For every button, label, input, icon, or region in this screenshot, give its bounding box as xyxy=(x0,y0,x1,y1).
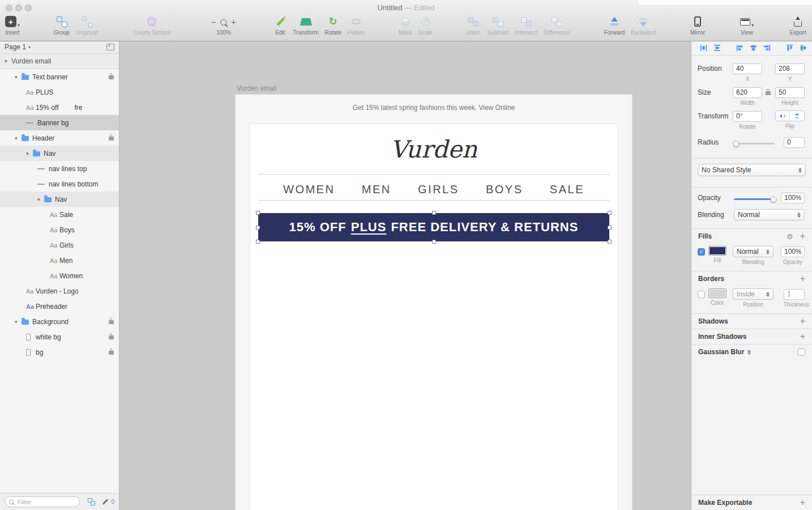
border-swatch[interactable] xyxy=(708,288,726,298)
fill-swatch[interactable] xyxy=(708,246,726,256)
selection-handle[interactable] xyxy=(608,211,612,215)
layer-nav-lines-top[interactable]: nav lines top xyxy=(0,161,119,176)
opacity-slider[interactable] xyxy=(734,198,775,200)
layer-text-banner[interactable]: ▾Text banner xyxy=(0,69,119,84)
disclosure-triangle-icon[interactable]: ▾ xyxy=(5,58,11,64)
selection-handle[interactable] xyxy=(432,211,436,215)
toolbar-insert[interactable]: +▾Insert xyxy=(0,15,36,36)
add-inner-shadow-button[interactable]: + xyxy=(800,332,805,341)
layer-plus[interactable]: AaPLUS xyxy=(0,84,119,100)
gaussian-blur-checkbox[interactable] xyxy=(798,348,805,356)
fill-opacity-input[interactable] xyxy=(781,246,805,257)
layer-nav[interactable]: ▾Nav xyxy=(0,192,119,207)
updown-chevrons-icon xyxy=(766,249,770,254)
layer-nav-lines-bottom[interactable]: nav lines bottom xyxy=(0,176,119,192)
align-left-icon[interactable] xyxy=(736,44,743,52)
add-border-button[interactable]: + xyxy=(800,274,805,283)
selection-handle[interactable] xyxy=(256,211,260,215)
blending-select[interactable]: Normal xyxy=(734,209,805,220)
gear-icon[interactable]: ⚙ xyxy=(787,232,793,241)
artboard[interactable]: Get 15% latest spring fashions this week… xyxy=(236,95,632,510)
artboard-label[interactable]: Vurden email xyxy=(237,84,276,92)
flip-horizontal-button[interactable] xyxy=(776,111,790,121)
layer-15-off[interactable]: Aa15% offfre xyxy=(0,100,119,115)
fills-section-header: Fills ⚙ + xyxy=(691,228,812,244)
layer-banner-bg[interactable]: Banner bg xyxy=(0,115,119,130)
height-input[interactable] xyxy=(775,87,805,98)
disclosure-triangle-icon[interactable]: ▾ xyxy=(37,197,44,202)
fill-blending-select[interactable]: Normal xyxy=(733,246,773,257)
layer-boys[interactable]: AaBoys xyxy=(0,222,119,237)
layer-preheader[interactable]: AaPreheader xyxy=(0,299,119,314)
border-position-select[interactable]: Inside xyxy=(733,288,773,300)
selection-handle[interactable] xyxy=(256,226,260,230)
layer-nav[interactable]: ▾Nav xyxy=(0,146,119,161)
pages-panel-toggle-icon[interactable] xyxy=(106,44,114,50)
layer-bg[interactable]: bg xyxy=(0,345,119,360)
radius-input[interactable] xyxy=(784,137,805,148)
text-layer-icon: Aa xyxy=(50,273,59,279)
updown-chevrons-icon[interactable] xyxy=(747,350,751,355)
layer-white-bg[interactable]: white bg xyxy=(0,329,119,345)
shared-style-select[interactable]: No Shared Style xyxy=(698,164,806,176)
radius-slider-knob[interactable] xyxy=(733,141,740,147)
y-input[interactable] xyxy=(775,63,805,74)
make-exportable-section[interactable]: Make Exportable + xyxy=(691,495,812,510)
zoom-in-button[interactable]: + xyxy=(232,18,236,27)
canvas[interactable]: Vurden email Get 15% latest spring fashi… xyxy=(119,41,691,510)
disclosure-triangle-icon[interactable]: ▾ xyxy=(15,319,22,325)
flip-vertical-button[interactable] xyxy=(790,111,804,121)
width-input[interactable] xyxy=(733,87,762,98)
layer-header[interactable]: ▾Header xyxy=(0,130,119,146)
opacity-slider-knob[interactable] xyxy=(770,196,776,202)
disclosure-triangle-icon[interactable]: ▾ xyxy=(26,151,33,156)
layer-men[interactable]: AaMen xyxy=(0,253,119,268)
layer-women[interactable]: AaWomen xyxy=(0,268,119,283)
align-middle-vertical-icon[interactable] xyxy=(800,44,807,52)
promo-banner[interactable]: 15% OFF PLUS FREE DELIVERY & RETURNS xyxy=(258,213,609,241)
nav-item-sale[interactable]: SALE xyxy=(550,183,584,196)
distribute-horizontal-icon[interactable] xyxy=(700,44,707,52)
disclosure-triangle-icon[interactable]: ▾ xyxy=(15,135,22,141)
opacity-input[interactable] xyxy=(781,193,805,203)
toolbar-mirror[interactable]: Mirror xyxy=(674,15,721,36)
add-fill-button[interactable]: + xyxy=(800,232,805,241)
selection-handle[interactable] xyxy=(608,240,612,244)
page-selector[interactable]: Page 1 ▾ xyxy=(5,43,31,51)
layer-vurden-email[interactable]: ▾Vurden email xyxy=(0,54,119,69)
layer-sale[interactable]: AaSale xyxy=(0,207,119,222)
align-center-horizontal-icon[interactable] xyxy=(750,44,757,52)
add-export-button[interactable]: + xyxy=(800,498,805,507)
aspect-lock-icon[interactable] xyxy=(766,91,771,95)
border-thickness-input[interactable] xyxy=(784,289,805,300)
radius-slider[interactable] xyxy=(734,143,775,144)
distribute-vertical-icon[interactable] xyxy=(713,44,721,52)
email-preheader-text[interactable]: Get 15% latest spring fashions this week… xyxy=(236,104,632,112)
x-input[interactable] xyxy=(733,63,762,74)
selection-handle[interactable] xyxy=(608,226,612,230)
nav-item-boys[interactable]: BOYS xyxy=(486,183,523,196)
rotate-input[interactable] xyxy=(733,111,762,122)
nav-item-girls[interactable]: GIRLS xyxy=(418,183,459,196)
filter-input[interactable] xyxy=(16,498,75,506)
brush-icon[interactable] xyxy=(102,499,109,505)
align-top-icon[interactable] xyxy=(786,44,793,52)
vurden-logo[interactable]: Vurden xyxy=(250,135,617,163)
nav-item-women[interactable]: WOMEN xyxy=(283,183,335,196)
toolbar-export[interactable]: Export xyxy=(774,15,812,36)
selection-handle[interactable] xyxy=(256,240,260,244)
email-body[interactable]: Vurden WOMENMENGIRLSBOYSSALE 15% OFF PLU… xyxy=(250,124,618,510)
layer-vurden-logo[interactable]: AaVurden - Logo xyxy=(0,283,119,299)
layer-style-toggle-icon[interactable] xyxy=(88,498,95,505)
align-right-icon[interactable] xyxy=(763,44,771,52)
nav-item-men[interactable]: MEN xyxy=(362,183,391,196)
layer-girls[interactable]: AaGirls xyxy=(0,237,119,253)
add-shadow-button[interactable]: + xyxy=(800,317,805,326)
toolbar-view[interactable]: ▾View xyxy=(723,15,771,36)
disclosure-triangle-icon[interactable]: ▾ xyxy=(15,74,22,80)
fill-enabled-checkbox[interactable] xyxy=(698,248,705,256)
layer-background[interactable]: ▾Background xyxy=(0,314,119,329)
zoom-out-button[interactable]: − xyxy=(211,18,216,27)
selection-handle[interactable] xyxy=(432,240,436,244)
border-enabled-checkbox[interactable] xyxy=(698,291,705,298)
